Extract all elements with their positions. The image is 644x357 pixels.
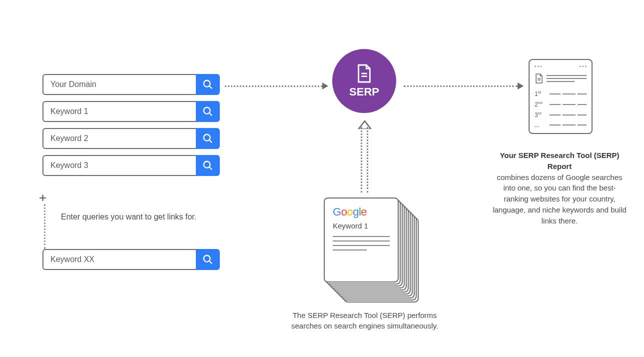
keyword3-search-row: Keyword 3 bbox=[42, 155, 220, 176]
svg-line-1 bbox=[209, 86, 212, 89]
report-title: Your SERP Research Tool (SERP) Report bbox=[500, 151, 619, 170]
keyword3-input[interactable]: Keyword 3 bbox=[42, 155, 196, 176]
keyword2-search-button[interactable] bbox=[196, 128, 220, 149]
keyword3-search-button[interactable] bbox=[196, 155, 220, 176]
svg-point-0 bbox=[204, 80, 210, 87]
google-logo: Google bbox=[333, 206, 390, 218]
keyword2-input[interactable]: Keyword 2 bbox=[42, 128, 196, 149]
svg-point-6 bbox=[204, 162, 210, 168]
search-icon bbox=[202, 133, 213, 144]
google-card-keyword: Keyword 1 bbox=[333, 222, 390, 230]
report-body: combines dozens of Google searches into … bbox=[493, 173, 627, 225]
search-icon bbox=[202, 160, 213, 171]
document-icon bbox=[535, 73, 544, 86]
query-hint-text: Enter queries you want to get links for. bbox=[61, 212, 196, 222]
report-caption: Your SERP Research Tool (SERP) Report co… bbox=[492, 150, 627, 226]
keywordxx-search-row: Keyword XX bbox=[42, 249, 220, 270]
svg-point-8 bbox=[204, 256, 210, 262]
google-caption: The SERP Research Tool (SERP) performs s… bbox=[290, 310, 440, 331]
svg-point-2 bbox=[204, 108, 210, 114]
document-icon bbox=[356, 64, 373, 84]
svg-line-9 bbox=[209, 261, 212, 264]
domain-search-row: Your Domain bbox=[42, 74, 220, 95]
keywordxx-search-button[interactable] bbox=[196, 249, 220, 270]
domain-input[interactable]: Your Domain bbox=[42, 74, 196, 95]
search-icon bbox=[202, 106, 213, 117]
keyword2-search-row: Keyword 2 bbox=[42, 128, 220, 149]
google-results-stack: Google Keyword 1 bbox=[320, 198, 417, 298]
google-result-card: Google Keyword 1 bbox=[324, 198, 399, 282]
svg-line-5 bbox=[209, 140, 212, 143]
search-inputs-group: Your Domain Keyword 1 Keyword 2 Keyword … bbox=[42, 74, 220, 182]
report-top-dots: • • •• • • bbox=[535, 64, 587, 69]
search-icon bbox=[202, 79, 213, 90]
domain-search-button[interactable] bbox=[196, 74, 220, 95]
svg-point-4 bbox=[204, 134, 210, 141]
arrow-google-to-serp bbox=[359, 120, 371, 192]
rank-row-1: 1st bbox=[535, 90, 587, 98]
svg-line-3 bbox=[209, 113, 212, 116]
keyword1-search-button[interactable] bbox=[196, 101, 220, 122]
keywordxx-input[interactable]: Keyword XX bbox=[42, 249, 196, 270]
svg-line-7 bbox=[209, 167, 212, 170]
keyword1-input[interactable]: Keyword 1 bbox=[42, 101, 196, 122]
search-icon bbox=[202, 254, 213, 265]
keyword1-search-row: Keyword 1 bbox=[42, 101, 220, 122]
serp-node: SERP bbox=[332, 49, 396, 113]
plus-icon: + bbox=[39, 190, 46, 206]
rank-row-3: 3rd bbox=[535, 111, 587, 118]
arrow-serp-to-report bbox=[404, 82, 524, 90]
rank-row-more: ... bbox=[535, 122, 587, 128]
rank-row-2: 2nd bbox=[535, 100, 587, 108]
serp-label: SERP bbox=[349, 86, 379, 98]
arrow-inputs-to-serp bbox=[225, 82, 328, 90]
report-preview: • • •• • • 1st 2nd 3rd ... bbox=[529, 59, 593, 134]
vertical-dots-connector bbox=[44, 204, 45, 249]
